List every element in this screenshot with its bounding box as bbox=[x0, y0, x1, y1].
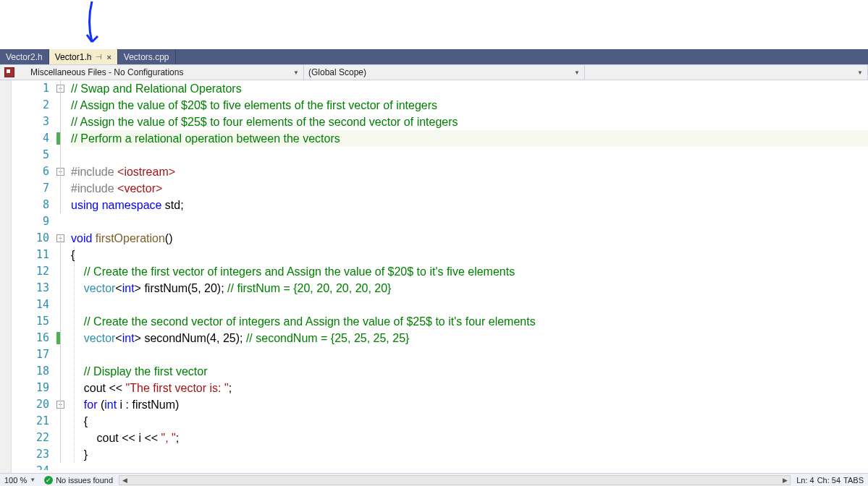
member-dropdown[interactable]: ▼ bbox=[585, 65, 868, 80]
line-number: 3 bbox=[12, 114, 49, 130]
project-icon bbox=[4, 67, 14, 77]
scope-label: Miscellaneous Files - No Configurations bbox=[30, 67, 183, 77]
check-icon: ✓ bbox=[44, 476, 53, 485]
code-area[interactable]: // Swap and Relational Operators// Assig… bbox=[71, 80, 868, 473]
indent-guide bbox=[74, 247, 75, 463]
code-token: // Swap and Relational Operators bbox=[71, 82, 242, 95]
tab-Vector2-h[interactable]: Vector2.h bbox=[0, 49, 49, 64]
horizontal-scrollbar[interactable]: ◀ ▶ bbox=[119, 475, 791, 485]
outline-line bbox=[60, 234, 61, 463]
code-token: < bbox=[115, 332, 122, 344]
code-token: vector bbox=[84, 332, 116, 344]
code-token: int bbox=[122, 282, 135, 294]
line-number: 23 bbox=[12, 446, 49, 463]
code-line[interactable]: { bbox=[71, 413, 868, 430]
line-number: 13 bbox=[12, 280, 49, 297]
code-line[interactable]: cout << i << ", "; bbox=[71, 430, 868, 446]
chevron-down-icon: ▼ bbox=[30, 477, 35, 483]
editor: 123456789101112131415161718192021222324 … bbox=[0, 80, 868, 473]
indent-mode[interactable]: TABS bbox=[843, 476, 864, 485]
code-line[interactable]: for (int i : firstNum) bbox=[71, 396, 868, 413]
code-token: <vector> bbox=[117, 182, 162, 195]
code-line[interactable]: { bbox=[71, 247, 868, 263]
code-token: // secondNum = {25, 25, 25, 25} bbox=[246, 332, 410, 344]
line-number: 6 bbox=[12, 163, 49, 180]
issues-status[interactable]: ✓ No issues found bbox=[40, 476, 117, 485]
code-line[interactable]: #include <iostream> bbox=[71, 163, 868, 180]
code-token: ; bbox=[176, 432, 179, 444]
line-number: 15 bbox=[12, 313, 49, 330]
status-bar: 100 % ▼ ✓ No issues found ◀ ▶ Ln: 4 Ch: … bbox=[0, 473, 868, 486]
line-number: 1 bbox=[12, 80, 49, 97]
close-icon[interactable]: × bbox=[106, 53, 111, 61]
code-line[interactable]: // Perform a relational operation betwee… bbox=[71, 130, 868, 147]
line-number: 14 bbox=[12, 297, 49, 313]
nav-bar: Miscellaneous Files - No Configurations … bbox=[0, 64, 868, 80]
code-token: > secondNum(4, 25); bbox=[135, 332, 246, 344]
chevron-down-icon: ▼ bbox=[293, 69, 299, 76]
code-token: <iostream> bbox=[117, 166, 175, 178]
code-line[interactable]: // Create the second vector of integers … bbox=[71, 313, 868, 330]
code-token: { bbox=[84, 415, 88, 427]
code-token: void bbox=[71, 232, 92, 244]
chevron-down-icon: ▼ bbox=[574, 69, 580, 76]
line-number: 9 bbox=[12, 213, 49, 230]
tab-Vector1-h[interactable]: Vector1.h⊣× bbox=[49, 49, 118, 64]
code-line[interactable]: vector<int> firstNum(5, 20); // firstNum… bbox=[71, 280, 868, 297]
code-token: std; bbox=[161, 199, 183, 211]
code-line[interactable]: #include <vector> bbox=[71, 180, 868, 197]
code-token: int bbox=[104, 398, 117, 411]
tab-Vectors-cpp[interactable]: Vectors.cpp bbox=[118, 49, 176, 64]
code-token: // firstNum = {20, 20, 20, 20, 20} bbox=[227, 282, 391, 294]
code-token: "The first vector is: " bbox=[126, 382, 229, 394]
global-scope-label: (Global Scope) bbox=[308, 67, 366, 77]
code-token: for bbox=[84, 398, 98, 411]
line-number: 21 bbox=[12, 413, 49, 430]
scroll-right-icon[interactable]: ▶ bbox=[780, 476, 790, 485]
line-number: 7 bbox=[12, 180, 49, 197]
code-token: // Perform a relational operation betwee… bbox=[71, 132, 340, 145]
line-number: 2 bbox=[12, 97, 49, 114]
code-line[interactable]: vector<int> secondNum(4, 25); // secondN… bbox=[71, 330, 868, 346]
code-token: () bbox=[165, 232, 173, 244]
code-line[interactable]: void firstOperation() bbox=[71, 230, 868, 247]
code-line[interactable]: cout << "The first vector is: "; bbox=[71, 380, 868, 396]
code-token: ; bbox=[229, 382, 232, 394]
code-line[interactable] bbox=[71, 346, 868, 363]
chevron-down-icon: ▼ bbox=[857, 69, 863, 76]
code-line[interactable] bbox=[71, 213, 868, 230]
line-number: 8 bbox=[12, 197, 49, 213]
code-line[interactable]: // Swap and Relational Operators bbox=[71, 80, 868, 97]
tab-label: Vectors.cpp bbox=[124, 52, 169, 62]
line-number: 16 bbox=[12, 330, 49, 346]
cursor-line: Ln: 4 bbox=[796, 476, 814, 485]
tab-label: Vector2.h bbox=[6, 52, 43, 62]
code-line[interactable]: // Display the first vector bbox=[71, 363, 868, 380]
pin-icon[interactable]: ⊣ bbox=[96, 53, 102, 61]
cursor-col: Ch: 54 bbox=[817, 476, 840, 485]
line-number: 18 bbox=[12, 363, 49, 380]
change-marker bbox=[56, 332, 60, 344]
code-token: #include bbox=[71, 182, 117, 195]
code-token: } bbox=[84, 448, 88, 461]
code-line[interactable]: // Assign the value of $20$ to five elem… bbox=[71, 97, 868, 114]
line-number: 22 bbox=[12, 430, 49, 446]
global-scope-dropdown[interactable]: (Global Scope) ▼ bbox=[304, 65, 585, 80]
code-token: // Display the first vector bbox=[84, 365, 208, 378]
code-line[interactable]: // Create the first vector of integers a… bbox=[71, 263, 868, 280]
line-number: 11 bbox=[12, 247, 49, 263]
code-token: // Assign the value of $25$ to four elem… bbox=[71, 116, 458, 128]
scroll-left-icon[interactable]: ◀ bbox=[119, 476, 130, 485]
code-line[interactable]: } bbox=[71, 446, 868, 463]
code-line[interactable]: // Assign the value of $25$ to four elem… bbox=[71, 114, 868, 130]
annotation-arrow bbox=[76, 0, 105, 49]
zoom-level[interactable]: 100 % ▼ bbox=[0, 476, 40, 485]
code-line[interactable]: using namespace std; bbox=[71, 197, 868, 213]
code-token: vector bbox=[84, 282, 116, 294]
line-number-gutter: 123456789101112131415161718192021222324 bbox=[12, 80, 56, 473]
scope-dropdown[interactable]: Miscellaneous Files - No Configurations … bbox=[0, 65, 304, 80]
code-line[interactable] bbox=[71, 147, 868, 163]
code-token: cout << bbox=[84, 382, 126, 394]
code-token: cout << i << bbox=[97, 432, 161, 444]
code-line[interactable] bbox=[71, 297, 868, 313]
